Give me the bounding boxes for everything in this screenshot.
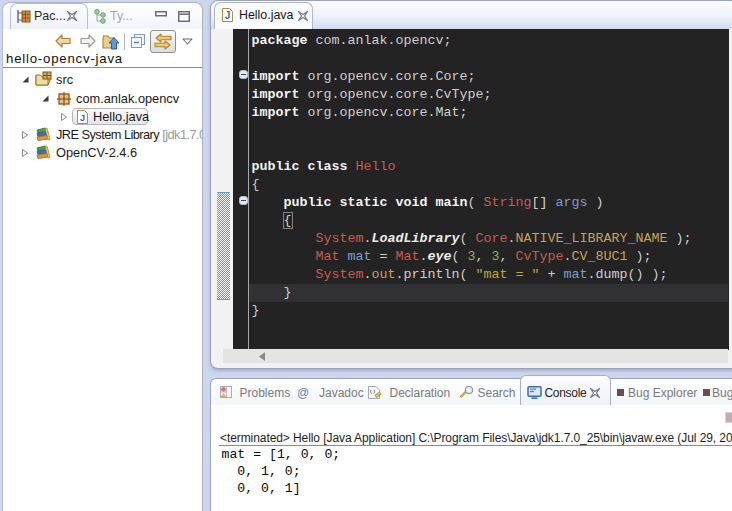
svg-text:J: J bbox=[225, 10, 231, 21]
svg-text:J: J bbox=[80, 112, 85, 123]
